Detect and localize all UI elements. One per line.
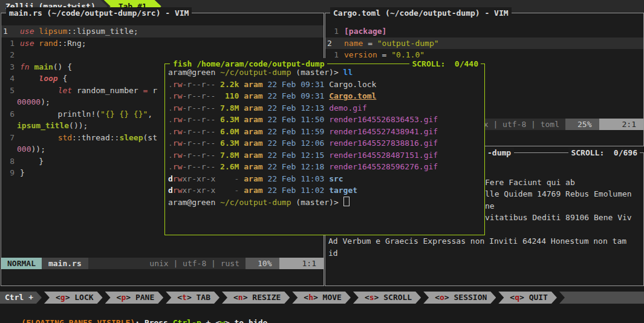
keybar-label: PANE xyxy=(135,293,154,302)
line-number-gutter xyxy=(1,120,17,132)
floating-pane-fish[interactable]: fish /home/aram/code/output-dump SCROLL:… xyxy=(164,64,485,235)
keybar-key: q xyxy=(515,293,519,302)
floating-pane-title: fish /home/aram/code/output-dump xyxy=(170,58,327,70)
keybar-prefix: Ctrl + xyxy=(0,292,42,304)
keybar-key: n xyxy=(238,293,243,302)
terminal-row: .rw-r--r-- 110 aram 22 Feb 09:31 Cargo.t… xyxy=(168,90,484,102)
vim-fileinfo: x | utf-8 | toml xyxy=(478,119,565,130)
line-number-gutter: 7 xyxy=(1,132,20,144)
keybar-ribbons: <g> LOCK<p> PANE<t> TAB<n> RESIZE<h> MOV… xyxy=(42,292,557,304)
terminal-row: .rw-r--r-- 6.0M aram 22 Feb 11:59 render… xyxy=(168,126,484,138)
keybar-ribbon-tab[interactable]: <t> TAB xyxy=(166,292,220,304)
keybar-key: s xyxy=(369,293,374,302)
hint-key-w: w xyxy=(220,318,225,323)
keybar-key: t xyxy=(182,293,187,302)
terminal-row: .rw-r--r-- 6.3M aram 22 Feb 11:50 render… xyxy=(168,114,484,126)
line-number-gutter: 9 xyxy=(1,167,20,179)
terminal-row: .rw-r--r-- 7.8M aram 22 Feb 12:13 demo.g… xyxy=(168,102,484,114)
code-line: 2name = "output-dump" xyxy=(325,38,643,50)
pane-main-rs-title: main.rs (~/code/output-dump/src) - VIM xyxy=(6,7,192,19)
vim-ruler: 1:1 xyxy=(279,258,324,269)
keybar-ribbon-session[interactable]: <o> SESSION xyxy=(423,292,496,304)
vim-scroll-percent: 25% xyxy=(565,119,599,130)
keybar-label: LOCK xyxy=(74,293,93,302)
hint-suffix: to hide. xyxy=(230,318,272,323)
keybar-ribbon-scroll[interactable]: <s> SCROLL xyxy=(353,292,421,304)
vim-ruler: 2:1 xyxy=(599,119,643,130)
terminal-row: drwxr-xr-x - aram 22 Feb 11:03 src xyxy=(168,173,484,185)
keybar-key: h xyxy=(308,293,313,302)
terminal-row: .rw-r--r-- 2.6M aram 22 Feb 12:18 render… xyxy=(168,161,484,173)
vim-fileinfo: unix | utf-8 | rust xyxy=(143,258,246,269)
vim-scroll-percent: 10% xyxy=(246,258,279,269)
line-number-gutter: 6 xyxy=(1,108,20,120)
line-number-gutter: 1 xyxy=(1,38,20,50)
line-number-gutter: 8 xyxy=(1,155,20,168)
keybar-label: MOVE xyxy=(323,293,342,302)
line-number-gutter: 4 xyxy=(1,73,20,85)
hint-status: (FLOATING PANES VISIBLE) xyxy=(21,318,135,323)
vim-mode-indicator: NORMAL xyxy=(1,258,42,269)
keybar-label: QUIT xyxy=(529,293,548,302)
keybar-ribbon-move[interactable]: <h> MOVE xyxy=(292,292,351,304)
keybar-ribbon-lock[interactable]: <g> LOCK xyxy=(44,292,103,304)
keybar-label: RESIZE xyxy=(252,293,281,302)
terminal-row: .rw-r--r-- 2.2k aram 22 Feb 09:31 Cargo.… xyxy=(168,79,484,91)
hint-key-ctrl-p: Ctrl-p xyxy=(173,318,201,323)
main-rs-statusline: NORMAL main.rs unix | utf-8 | rust 10% 1… xyxy=(1,258,324,269)
hint-plus: + xyxy=(201,318,215,323)
keybar-label: SESSION xyxy=(454,293,487,302)
pane-cargo-toml-title: Cargo.toml (~/code/output-dump) - VIM xyxy=(330,7,512,19)
code-line: 1use rand::Rng; xyxy=(1,38,324,50)
line-number-gutter: 1 xyxy=(325,49,344,61)
cargo-toml-buffer: 1[package]2name = "output-dump"1version … xyxy=(325,13,643,61)
terminal-row: aram@green ~/c/output-dump (master)> xyxy=(168,197,484,209)
keybar-ribbon-pane[interactable]: <p> PANE xyxy=(105,292,164,304)
pane-output-title-fragment: -dump xyxy=(484,147,514,158)
zellij-screen: Zellij (many-twist) Tab #1 main.rs (~/co… xyxy=(0,0,644,323)
line-number-gutter: 3 xyxy=(1,61,20,73)
line-number-gutter xyxy=(1,96,17,108)
terminal-cursor xyxy=(343,197,350,206)
line-number-gutter: 1 xyxy=(325,25,344,38)
hint-bracket: > xyxy=(225,318,230,323)
terminal-row: drwxr-xr-x - aram 22 Feb 11:02 target xyxy=(168,184,484,197)
line-number-gutter: 2 xyxy=(325,38,344,50)
statusline-spacer xyxy=(88,258,144,269)
keybar-ribbon-resize[interactable]: <n> RESIZE xyxy=(222,292,290,304)
code-line: 1[package] xyxy=(325,25,643,38)
line-number-gutter: 1 xyxy=(1,25,20,38)
hint-bracket: < xyxy=(215,318,220,323)
keybar-ribbon-quit[interactable]: <q> QUIT xyxy=(498,292,557,304)
line-number-gutter: 2 xyxy=(1,49,20,61)
keybar-key: g xyxy=(60,293,65,302)
line-number-gutter: 5 xyxy=(1,85,20,97)
keybar-label: SCROLL xyxy=(383,293,412,302)
keybar-key: o xyxy=(440,293,444,302)
floating-panes-hint: (FLOATING PANES VISIBLE): Press Ctrl-p +… xyxy=(0,305,644,317)
code-line: 1version = "0.1.0" xyxy=(325,49,643,61)
output-line: Ad Verbum e Graecis Expressas non Inviti… xyxy=(325,235,643,247)
output-scroll-indicator: SCROLL: 0/696 xyxy=(568,147,640,158)
output-line: id xyxy=(325,247,643,259)
keybar-label: TAB xyxy=(197,293,210,302)
code-line: 1use lipsum::lipsum_title; xyxy=(1,25,324,38)
fish-terminal: aram@green ~/c/output-dump (master)> ll.… xyxy=(165,64,484,208)
terminal-row: .rw-r--r-- 6.3M aram 22 Feb 12:06 render… xyxy=(168,137,484,149)
vim-filename: main.rs xyxy=(42,258,88,269)
fish-scroll-indicator: SCROLL: 0/440 xyxy=(409,58,481,70)
keybinding-bar: Ctrl + <g> LOCK<p> PANE<t> TAB<n> RESIZE… xyxy=(0,292,644,304)
terminal-row: .rw-r--r-- 7.8M aram 22 Feb 12:15 render… xyxy=(168,149,484,162)
keybar-filler xyxy=(559,292,644,304)
line-number-gutter xyxy=(1,143,17,155)
hint-text: : Press xyxy=(135,318,173,323)
